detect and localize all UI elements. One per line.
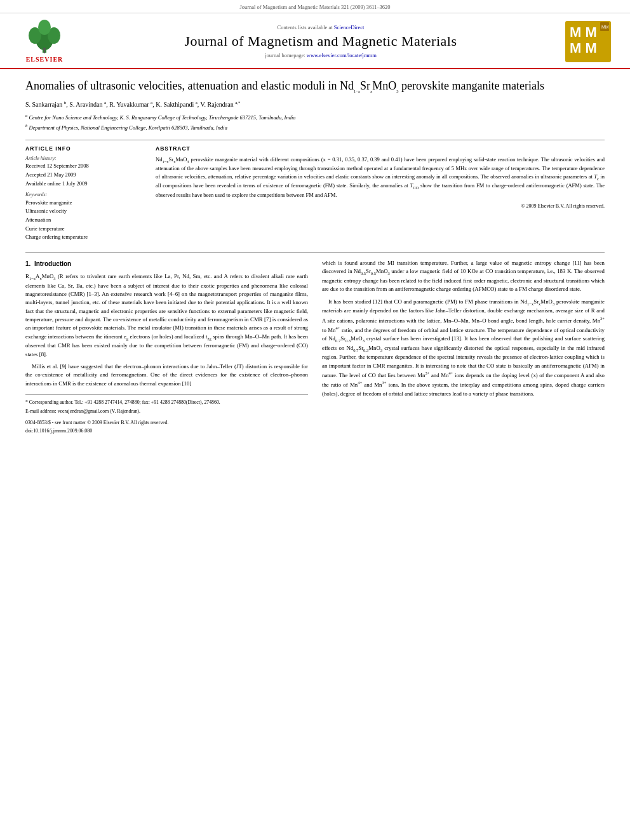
keywords-section: Keywords: Perovskite manganite Ultrasoni… [25,192,143,242]
keyword-1: Perovskite manganite [25,199,143,208]
keyword-4: Curie temperature [25,225,143,234]
keyword-5: Charge ordering temperature [25,233,143,242]
keywords-label: Keywords: [25,192,143,197]
footnote-email: E-mail address: veerajendran@gmail.com (… [25,408,308,415]
authors-line: S. Sankarrajan b, S. Aravindan a, R. Yuv… [25,100,605,108]
body-right-column: which is found around the MI transition … [322,259,605,436]
journal-homepage-line: journal homepage: www.elsevier.com/locat… [76,52,565,58]
received-date: Received 12 September 2008 [25,163,143,169]
affiliation-a: a Centre for Nano Science and Technology… [25,112,605,122]
keyword-2: Ultrasonic velocity [25,207,143,216]
journal-citation-bar: Journal of Magnetism and Magnetic Materi… [0,0,630,13]
elsevier-wordmark: ELSEVIER [26,56,64,63]
journal-citation: Journal of Magnetism and Magnetic Materi… [239,4,390,10]
article-info-abstract-section: ARTICLE INFO Article history: Received 1… [25,140,605,242]
affiliation-b: b Department of Physics, National Engine… [25,123,605,132]
sciencedirect-link[interactable]: ScienceDirect [334,24,365,30]
journal-header: ELSEVIER Contents lists available at Sci… [0,13,630,69]
right-para-2: It has been studied [12] that CO and par… [322,298,605,398]
available-date: Available online 1 July 2009 [25,180,143,187]
right-para-1: which is found around the MI transition … [322,259,605,294]
journal-title: Journal of Magnetism and Magnetic Materi… [76,33,565,50]
body-content: 1. Introduction R1−xAxMnO3 (R refers to … [25,259,605,436]
abstract-text: Nd1−xSrxMnO3 perovskite manganite materi… [156,156,605,199]
svg-point-5 [43,48,46,50]
article-title: Anomalies of ultrasonic velocities, atte… [25,78,605,94]
svg-point-4 [38,20,51,35]
elsevier-tree-icon [22,20,67,55]
history-label: Article history: [25,156,143,161]
svg-text:MM: MM [601,25,609,29]
copyright-line: © 2009 Elsevier B.V. All rights reserved… [156,203,605,209]
section-divider [25,252,605,253]
doi-line: doi:10.1016/j.jmmm.2009.06.080 [25,427,308,435]
elsevier-logo: ELSEVIER [13,20,76,63]
journal-homepage-link[interactable]: www.elsevier.com/locate/jmmm [307,52,377,58]
affiliations: a Centre for Nano Science and Technology… [25,112,605,132]
accepted-date: Accepted 21 May 2009 [25,171,143,178]
article-info-panel: ARTICLE INFO Article history: Received 1… [25,145,143,242]
issn-line: 0304-8853/$ - see front matter © 2009 El… [25,419,308,427]
article-info-heading: ARTICLE INFO [25,145,143,152]
abstract-heading: ABSTRACT [156,145,605,152]
intro-para-2: Millis et al. [9] have suggested that th… [25,363,308,388]
footnotes: * Corresponding author. Tel.: +91 4288 2… [25,394,308,435]
intro-para-1: R1−xAxMnO3 (R refers to trivalent rare e… [25,272,308,359]
svg-text:M M: M M [570,24,597,40]
svg-rect-6 [44,50,45,53]
footnote-corresponding: * Corresponding author. Tel.: +91 4288 2… [25,399,308,406]
abstract-panel: ABSTRACT Nd1−xSrxMnO3 perovskite mangani… [156,145,605,242]
svg-text:M M: M M [570,40,597,56]
keyword-3: Attenuation [25,216,143,225]
main-content: Anomalies of ultrasonic velocities, atte… [0,69,630,449]
journal-title-block: Contents lists available at ScienceDirec… [76,24,565,58]
body-left-column: 1. Introduction R1−xAxMnO3 (R refers to … [25,259,308,436]
mm-logo-icon: M M M M MM [565,21,611,62]
contents-available-line: Contents lists available at ScienceDirec… [76,24,565,30]
intro-heading: 1. Introduction [25,259,308,269]
